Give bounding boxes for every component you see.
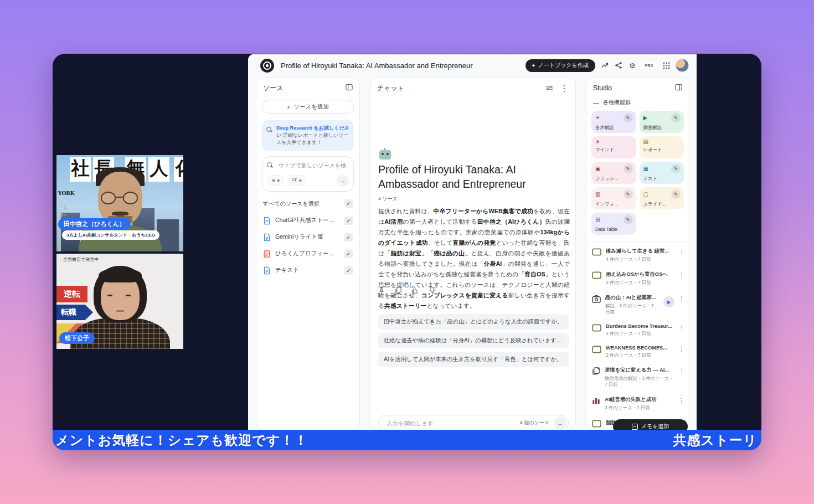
web-source-search-input[interactable] <box>277 162 348 169</box>
studio-tile-3[interactable]: ▤ レポート <box>640 136 684 158</box>
magnifier-icon <box>266 127 273 133</box>
studio-section-header[interactable]: — 各種機能群 <box>586 96 689 110</box>
settings-gear-icon[interactable]: ⚙ <box>628 61 637 70</box>
overlay-kanji: 化 <box>174 157 183 182</box>
studio-item[interactable]: AI経営者の失敗と成功 3 件のソース・7 日前 ⋮ <box>592 396 684 411</box>
app-header: Profile of Hiroyuki Tanaka: AI Ambassado… <box>248 54 697 76</box>
studio-tile-8[interactable]: ⊞✎ Data Table <box>591 213 636 235</box>
edit-pencil-icon[interactable]: ✎ <box>624 164 633 173</box>
source-row[interactable]: ChatGPT共感ストーリー ✓ <box>263 212 353 229</box>
suggested-question[interactable]: 田中啓之が抱えてきた「品の山」とはどのような人生の課題ですか。 <box>378 314 569 330</box>
studio-tile-1[interactable]: ▶✎ 動画解説 <box>640 111 684 133</box>
send-button[interactable]: → <box>554 416 566 429</box>
name-tag-matsushita: 松下公子 <box>59 332 95 344</box>
studio-item-meta: 3 件のソース・7 日前 <box>606 280 674 286</box>
studio-panel-title: Studio <box>593 84 612 92</box>
source-row[interactable]: ひろくんプロフィール.pdf ✓ <box>263 245 353 262</box>
studio-item[interactable]: WEAKNESS BECOMES... 2 件のソース・7 日前 ⋮ <box>592 345 684 358</box>
studio-item[interactable]: 品の山：AIと起業家... 解説・3 件のソース・7 日前 ▶ ⋮ <box>592 294 684 315</box>
tile-label: フラッシ... <box>595 176 633 182</box>
source-row[interactable]: テキスト ✓ <box>263 262 353 279</box>
globe-icon: ⊕ <box>271 178 276 183</box>
webcam-tanaka: 社 長 無 人 化 YORK まし 則～ 田中啓之（ひろくん） 3方よしAI共創… <box>56 155 183 251</box>
studio-item[interactable]: 逆境を宝に変える力 — AI... 物語形式の解説・3 件のソース・7 日前 ⋮ <box>592 367 684 388</box>
search-submit-button[interactable]: → <box>337 174 349 187</box>
chevron-down-icon: ▾ <box>299 178 302 183</box>
studio-tile-6[interactable]: ▥✎ インフォ... <box>591 187 636 209</box>
thumbs-down-icon[interactable] <box>429 286 436 296</box>
kebab-menu-icon[interactable]: ⋮ <box>679 249 684 255</box>
source-row[interactable]: Geminiリライト版 ✓ <box>263 229 353 245</box>
chat-panel: チャット ⋮ Profile of Hiroyuki Tanaka: AI Am… <box>370 78 576 429</box>
edit-pencil-icon[interactable]: ✎ <box>671 164 681 173</box>
collapse-panel-icon[interactable] <box>346 83 353 93</box>
tile-label: インフォ... <box>595 201 633 207</box>
subtitle-tag-tanaka: 3方よしAI共創コンサルタント・おうちCEO <box>62 230 159 240</box>
edit-pencil-icon[interactable]: ✎ <box>624 189 633 199</box>
document-icon <box>263 233 271 241</box>
source-checkbox[interactable]: ✓ <box>344 233 353 241</box>
studio-tile-2[interactable]: ∗ マインド... <box>591 136 636 158</box>
studio-tile-5[interactable]: ▦✎ テスト <box>640 162 684 184</box>
pdf-icon <box>263 250 271 258</box>
edit-pencil-icon[interactable]: ✎ <box>671 113 681 122</box>
collapse-dash-icon: — <box>593 100 599 106</box>
chat-input[interactable] <box>385 419 516 427</box>
kebab-menu-icon[interactable]: ⋮ <box>679 272 684 278</box>
document-icon <box>263 266 271 275</box>
select-all-checkbox[interactable]: ✓ <box>344 199 353 208</box>
studio-tile-7[interactable]: ▢✎ スライド... <box>640 187 684 209</box>
deep-research-banner[interactable]: Deep Research をお試しください 詳細なレポートと新しいソースを入手… <box>262 120 354 151</box>
quiz-icon: ▦ <box>643 166 648 172</box>
audio-overview-icon: ✦ <box>595 115 600 121</box>
source-type-dropdown[interactable]: ▾ <box>287 175 306 186</box>
web-filter-dropdown[interactable]: ⊕ ▾ <box>267 175 284 186</box>
source-checkbox[interactable]: ✓ <box>344 217 353 225</box>
pin-icon[interactable] <box>378 286 385 296</box>
studio-tile-0[interactable]: ✦✎ 音声解説 <box>591 111 636 133</box>
tile-label: レポート <box>643 147 681 153</box>
suggested-question[interactable]: AIを活用して人間が本来の生き方を取り戻す「育自」とは何ですか。 <box>378 352 569 367</box>
copy-icon[interactable] <box>395 286 401 296</box>
banner-left-text: メントお気軽に！シェアも歓迎です！！ <box>55 431 308 449</box>
studio-item[interactable]: 積み減らして生きる 経営... 4 件のソース・7 日前 ⋮ <box>592 248 684 263</box>
kebab-menu-icon[interactable]: ⋮ <box>679 368 684 374</box>
source-checkbox[interactable]: ✓ <box>344 250 353 258</box>
edit-pencil-icon[interactable]: ✎ <box>671 189 681 199</box>
video-frame-icon <box>592 420 601 429</box>
kebab-menu-icon[interactable]: ⋮ <box>679 325 684 331</box>
analytics-icon[interactable] <box>600 61 609 70</box>
sources-panel: ソース + ソースを追加 Deep Research をお試しください 詳細なレ… <box>256 78 360 429</box>
collapse-panel-icon[interactable] <box>675 83 682 93</box>
play-button[interactable]: ▶ <box>663 296 674 307</box>
source-checkbox[interactable]: ✓ <box>344 266 353 275</box>
kebab-menu-icon[interactable]: ⋮ <box>679 397 684 403</box>
kebab-menu-icon[interactable]: ⋮ <box>560 83 569 94</box>
slides-icon: ▢ <box>643 192 648 197</box>
create-notebook-button[interactable]: + ノートブックを作成 <box>526 59 595 72</box>
kebab-menu-icon[interactable]: ⋮ <box>679 295 684 301</box>
video-frame-icon <box>592 248 601 258</box>
kebab-menu-icon[interactable]: ⋮ <box>679 346 684 352</box>
edit-pencil-icon[interactable]: ✎ <box>624 215 633 224</box>
studio-item[interactable]: 抱え込みOSから育自OSへ 3 件のソース・7 日前 ⋮ <box>592 271 684 286</box>
apps-grid-icon[interactable] <box>662 61 671 70</box>
thumbs-up-icon[interactable] <box>411 286 419 296</box>
notebooklm-logo-icon[interactable] <box>260 59 274 73</box>
studio-tile-4[interactable]: ▣✎ フラッシ... <box>591 162 636 184</box>
chevron-down-icon: ▾ <box>277 178 280 183</box>
tile-label: マインド... <box>595 147 633 153</box>
banner-right-text: 共感ストーリ <box>673 431 757 449</box>
studio-item[interactable]: Burdens Become Treasur... 3 件のソース・7 日前 ⋮ <box>592 323 684 337</box>
add-source-button[interactable]: + ソースを追加 <box>262 100 354 114</box>
studio-item-meta: 解説・3 件のソース・7 日前 <box>605 303 659 315</box>
report-icon: ▤ <box>643 139 648 145</box>
source-label: ひろくんプロフィール.pdf <box>275 250 340 258</box>
edit-pencil-icon[interactable]: ✎ <box>624 113 633 122</box>
share-icon[interactable] <box>614 61 623 70</box>
tune-settings-icon[interactable] <box>545 84 553 94</box>
suggested-question[interactable]: 壮絶な過去や病の経験は「分身AI」の構想にどう反映されていますか。 <box>378 333 569 348</box>
studio-item-title: AI経営者の失敗と成功 <box>605 396 674 403</box>
user-avatar[interactable] <box>676 59 689 72</box>
notebooklm-app: Profile of Hiroyuki Tanaka: AI Ambassado… <box>248 54 697 450</box>
